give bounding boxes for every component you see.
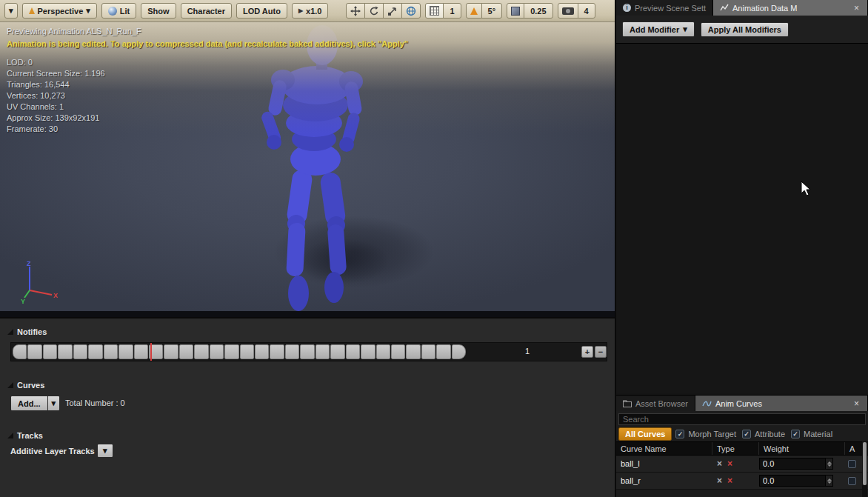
weight-spinner[interactable] xyxy=(826,458,833,470)
morph-x-icon: × xyxy=(717,458,722,469)
notify-track-cell[interactable] xyxy=(43,344,57,359)
vertical-scrollbar[interactable] xyxy=(862,441,867,497)
grid-snap-value: 1 xyxy=(450,7,454,16)
tab-preview-scene-settings[interactable]: i Preview Scene Sett xyxy=(616,0,713,16)
header-curve-name[interactable]: Curve Name xyxy=(616,442,712,455)
notify-track-cell[interactable] xyxy=(179,344,193,359)
auto-checkbox[interactable] xyxy=(848,477,856,485)
notify-track-cell[interactable] xyxy=(376,344,390,359)
notify-track-cell[interactable] xyxy=(240,344,254,359)
world-coordinate-button[interactable] xyxy=(401,3,421,19)
notify-track-cell[interactable] xyxy=(361,344,375,359)
timeline-panel: Notifies 1 + − Curves Add... ▾ Total Num… xyxy=(0,318,615,497)
table-row[interactable]: ball_r × × xyxy=(616,473,868,490)
perspective-button[interactable]: Perspective ▾ xyxy=(22,3,97,19)
playback-speed-button[interactable]: ▶ x1.0 xyxy=(292,3,329,19)
lit-sphere-icon xyxy=(108,7,117,16)
viewport-options-button[interactable]: ▾ xyxy=(4,3,18,19)
morph-target-checkbox[interactable]: ✓ xyxy=(675,430,684,438)
notify-track-cell[interactable] xyxy=(421,344,435,359)
scrollbar-thumb[interactable] xyxy=(863,442,867,485)
rotation-snap-toggle[interactable] xyxy=(466,3,482,19)
notify-track-cell[interactable] xyxy=(330,344,344,359)
camera-speed-button[interactable] xyxy=(558,3,578,19)
notify-track-cell[interactable] xyxy=(346,344,360,359)
notify-track-cell[interactable] xyxy=(300,344,314,359)
notify-track-cell[interactable] xyxy=(164,344,178,359)
translate-tool-button[interactable] xyxy=(346,3,365,19)
notify-track-cell[interactable] xyxy=(391,344,405,359)
viewport-canvas[interactable]: Previewing Animation ALS_N_Run_F Animati… xyxy=(0,22,615,311)
notify-track-cell[interactable] xyxy=(73,344,87,359)
notify-track-cell[interactable] xyxy=(452,344,466,359)
attribute-checkbox[interactable]: ✓ xyxy=(742,430,751,438)
weight-spinner[interactable] xyxy=(826,475,833,487)
notifies-section-header[interactable]: Notifies xyxy=(7,327,47,336)
stat-screen-size: Current Screen Size: 1.196 xyxy=(7,68,408,79)
tab-anim-curves[interactable]: Anim Curves × xyxy=(695,396,868,411)
expand-triangle-icon xyxy=(7,382,13,388)
close-icon[interactable]: × xyxy=(852,398,861,409)
all-curves-filter-button[interactable]: All Curves xyxy=(618,427,672,441)
weight-input[interactable] xyxy=(759,475,826,487)
show-label: Show xyxy=(147,7,169,16)
notify-track-cell[interactable] xyxy=(134,344,148,359)
tab-animation-data-modifiers[interactable]: Animation Data M × xyxy=(713,0,868,16)
auto-checkbox[interactable] xyxy=(848,460,856,468)
stat-framerate: Framerate: 30 xyxy=(7,124,408,135)
header-type[interactable]: Type xyxy=(712,442,759,455)
remove-notify-track-button[interactable]: − xyxy=(595,346,607,358)
notify-track-cell[interactable] xyxy=(224,344,238,359)
notify-track-cell[interactable] xyxy=(210,344,224,359)
add-curve-group: Add... ▾ xyxy=(10,396,60,411)
weight-input[interactable] xyxy=(759,458,826,470)
notify-track-cell[interactable] xyxy=(255,344,269,359)
camera-speed-value-button[interactable]: 4 xyxy=(578,3,595,19)
tab-asset-browser[interactable]: Asset Browser xyxy=(616,396,695,411)
header-weight[interactable]: Weight xyxy=(759,442,845,455)
notify-track-cell[interactable] xyxy=(194,344,208,359)
notify-track-cell[interactable] xyxy=(118,344,133,359)
right-panel-tabbar: i Preview Scene Sett Animation Data M × xyxy=(616,0,868,16)
material-checkbox[interactable]: ✓ xyxy=(791,430,800,438)
lod-label: LOD Auto xyxy=(243,7,281,16)
camera-icon xyxy=(562,7,574,15)
notify-track-cell[interactable] xyxy=(13,344,27,359)
close-icon[interactable]: × xyxy=(852,3,861,13)
notify-track-cell[interactable] xyxy=(27,344,41,359)
table-row[interactable]: ball_l × × xyxy=(616,456,868,473)
chevron-down-icon: ▾ xyxy=(683,24,687,34)
perspective-label: Perspective xyxy=(38,7,84,16)
add-curve-button[interactable]: Add... xyxy=(10,396,48,411)
notify-track-cell[interactable] xyxy=(436,344,450,359)
scale-snap-value-button[interactable]: 0.25 xyxy=(524,3,552,19)
notify-track-cell[interactable] xyxy=(88,344,102,359)
scale-snap-toggle[interactable] xyxy=(507,3,524,19)
notify-track-cell[interactable] xyxy=(58,344,72,359)
character-button[interactable]: Character xyxy=(181,3,232,19)
notify-track-cell[interactable] xyxy=(285,344,299,359)
notify-track-cell[interactable] xyxy=(270,344,284,359)
apply-all-modifiers-button[interactable]: Apply All Modifiers xyxy=(701,22,789,37)
rotate-tool-button[interactable] xyxy=(364,3,384,19)
additive-layer-tracks-dropdown[interactable]: ▾ xyxy=(97,444,113,458)
notify-track-cell[interactable] xyxy=(316,344,330,359)
curves-section-header[interactable]: Curves xyxy=(7,381,44,390)
rotation-snap-value-button[interactable]: 5° xyxy=(481,3,503,19)
timeline-playhead[interactable] xyxy=(150,343,152,361)
show-button[interactable]: Show xyxy=(141,3,176,19)
curve-search-input[interactable] xyxy=(618,413,866,425)
lit-mode-button[interactable]: Lit xyxy=(101,3,136,19)
notify-track-cell[interactable] xyxy=(104,344,118,359)
scale-tool-button[interactable] xyxy=(383,3,402,19)
lod-auto-button[interactable]: LOD Auto xyxy=(236,3,287,19)
curve-filter-row: All Curves ✓ Morph Target ✓ Attribute ✓ … xyxy=(616,427,868,441)
grid-snap-value-button[interactable]: 1 xyxy=(443,3,461,19)
notify-track-cell[interactable] xyxy=(406,344,420,359)
additive-layer-tracks-label: Additive Layer Tracks xyxy=(10,447,95,456)
tracks-section-header[interactable]: Tracks xyxy=(7,431,43,440)
grid-snap-toggle[interactable] xyxy=(425,3,444,19)
add-modifier-button[interactable]: Add Modifier ▾ xyxy=(622,21,695,37)
add-notify-track-button[interactable]: + xyxy=(581,346,593,358)
add-curve-dropdown[interactable]: ▾ xyxy=(47,396,61,411)
